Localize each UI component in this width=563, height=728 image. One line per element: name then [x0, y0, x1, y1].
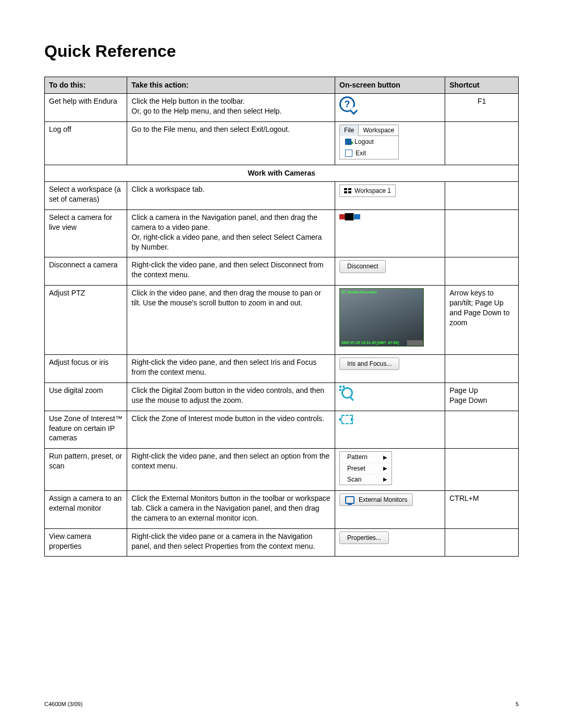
- cell-shortcut: [445, 411, 519, 449]
- cell-todo: Disconnect a camera: [45, 257, 127, 286]
- workspace-tab[interactable]: Workspace 1: [339, 184, 396, 197]
- section-header: Work with Cameras: [45, 165, 519, 182]
- disconnect-button[interactable]: Disconnect: [339, 260, 386, 273]
- cell-action: Right-click the video pane or a camera i…: [127, 528, 335, 557]
- chevron-right-icon: ▶: [383, 476, 387, 483]
- quick-reference-table: To do this: Take this action: On-screen …: [44, 77, 519, 557]
- cell-shortcut: Page Up Page Down: [445, 382, 519, 411]
- iris-focus-button[interactable]: Iris and Focus...: [339, 357, 399, 370]
- cell-shortcut: [445, 355, 519, 383]
- video-pane-thumbnail[interactable]: 57 Smart Encoder 2007-07-25 15:21:45 [GM…: [339, 288, 424, 347]
- cell-todo: View camera properties: [45, 528, 127, 557]
- video-overlay-title: 57 Smart Encoder: [341, 290, 377, 295]
- menu-item-label: Logout: [354, 138, 374, 146]
- cell-shortcut: [445, 209, 519, 257]
- footer-pagenum: 5: [516, 701, 519, 707]
- workspace-tab-label: Workspace 1: [354, 187, 391, 195]
- camera-pane-icon[interactable]: [339, 213, 360, 221]
- cell-shortcut: [445, 257, 519, 286]
- button-label: External Monitors: [359, 496, 407, 504]
- cell-todo: Select a workspace (a set of cameras): [45, 182, 127, 210]
- logout-icon: [345, 139, 351, 145]
- menu-item-label: Scan: [347, 475, 361, 484]
- chevron-right-icon: ▶: [383, 465, 387, 472]
- cell-todo: Adjust focus or iris: [45, 355, 127, 383]
- menu-item-label: Preset: [347, 464, 365, 473]
- properties-button[interactable]: Properties...: [339, 532, 389, 544]
- menu-item-logout[interactable]: Logout: [340, 136, 398, 147]
- video-scrollbar-icon: [407, 340, 423, 346]
- cell-shortcut: Arrow keys to pan/tilt; Page Up and Page…: [445, 286, 519, 355]
- menu-item-label: Pattern: [347, 453, 368, 461]
- cell-todo: Use digital zoom: [45, 382, 127, 411]
- cell-todo: Run pattern, preset, or scan: [45, 449, 127, 491]
- page-title: Quick Reference: [44, 42, 519, 61]
- pattern-context-menu[interactable]: Pattern ▶ Preset ▶ Scan ▶: [339, 451, 392, 485]
- help-icon[interactable]: ?: [339, 96, 355, 112]
- cell-shortcut: CTRL+M: [445, 490, 519, 528]
- cell-action: Click in the video pane, and then drag t…: [127, 286, 335, 355]
- cell-shortcut: [445, 121, 519, 165]
- cell-action: Go to the File menu, and then select Exi…: [127, 121, 335, 165]
- header-action: Take this action:: [127, 77, 335, 94]
- menu-item-pattern[interactable]: Pattern ▶: [340, 452, 391, 463]
- monitor-icon: [345, 496, 354, 504]
- cell-todo: Select a camera for live view: [45, 209, 127, 257]
- exit-icon: [345, 150, 352, 157]
- cell-action: Click the External Monitors button in th…: [127, 490, 335, 528]
- header-button: On-screen button: [335, 77, 445, 94]
- chevron-right-icon: ▶: [383, 454, 387, 461]
- cell-todo: Use Zone of Interest™ feature on certain…: [45, 411, 127, 449]
- cell-todo: Get help with Endura: [45, 93, 127, 121]
- menu-tab-workspace[interactable]: Workspace: [359, 125, 398, 136]
- cell-todo: Adjust PTZ: [45, 286, 127, 355]
- menu-tab-file[interactable]: File: [340, 125, 359, 136]
- menu-item-preset[interactable]: Preset ▶: [340, 463, 391, 474]
- cell-action: Click a workspace tab.: [127, 182, 335, 210]
- zone-of-interest-icon[interactable]: [339, 414, 353, 424]
- cell-shortcut: F1: [445, 93, 519, 121]
- external-monitors-button[interactable]: External Monitors: [339, 493, 413, 506]
- video-overlay-timestamp: 2007-07-25 15:21:45 [GMT -07:00]: [341, 340, 399, 345]
- cell-action: Click the Digital Zoom button in the vid…: [127, 382, 335, 411]
- cell-shortcut: [445, 182, 519, 210]
- cell-action: Click a camera in the Navigation panel, …: [127, 209, 335, 257]
- cell-action: Right-click the video pane, and then sel…: [127, 355, 335, 383]
- cell-action: Click the Zone of Interest mode button i…: [127, 411, 335, 449]
- cell-action: Right-click the video pane, and then sel…: [127, 449, 335, 491]
- cell-shortcut: [445, 449, 519, 491]
- menu-item-scan[interactable]: Scan ▶: [340, 474, 391, 485]
- workspace-grid-icon: [344, 188, 351, 193]
- cell-action: Click the Help button in the toolbar. Or…: [127, 93, 335, 121]
- cell-todo: Log off: [45, 121, 127, 165]
- cell-todo: Assign a camera to an external monitor: [45, 490, 127, 528]
- cell-action: Right-click the video pane, and then sel…: [127, 257, 335, 286]
- footer-docid: C4600M (3/09): [44, 701, 82, 707]
- header-shortcut: Shortcut: [445, 77, 519, 94]
- cell-shortcut: [445, 528, 519, 557]
- digital-zoom-icon[interactable]: [339, 386, 353, 399]
- menu-item-label: Exit: [356, 149, 366, 157]
- header-todo: To do this:: [45, 77, 127, 94]
- file-menu[interactable]: File Workspace Logout Exit: [339, 125, 399, 160]
- menu-item-exit[interactable]: Exit: [340, 147, 398, 159]
